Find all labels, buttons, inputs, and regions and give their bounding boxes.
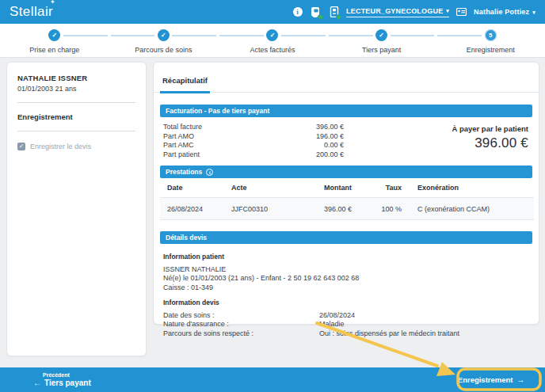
id-card-glyph <box>456 8 467 16</box>
column-header-montant: Montant <box>311 178 352 198</box>
step-done-check-icon: ✓ <box>48 29 60 41</box>
step-actes-factures[interactable]: ✓ Actes facturés <box>218 24 327 57</box>
step-number-badge: 5 <box>485 29 497 41</box>
devis-info-value: Maladie <box>319 320 345 329</box>
column-header-taux: Taux <box>352 178 402 198</box>
reader-select-dropdown[interactable]: LECTEUR_GYNECOLOGUE ▾ <box>346 7 449 17</box>
next-step-label: Enregistrement <box>458 375 513 384</box>
topbar-actions: i LECTEUR_GYNECOLOGUE ▾ <box>292 6 535 18</box>
chevron-down-icon: ▾ <box>532 10 535 15</box>
column-header-date: Date <box>160 178 231 198</box>
patient-info-heading: Information patient <box>163 253 529 262</box>
billing-label: Total facture <box>163 123 202 132</box>
details-section-header: Détails devis <box>160 231 532 244</box>
id-card-icon <box>455 6 467 18</box>
cell-montant: 396.00 € <box>311 198 352 220</box>
smartcard-status-icon[interactable] <box>310 6 322 18</box>
step-enregistrement-current[interactable]: 5 Enregistrement <box>436 24 545 57</box>
billing-row: Total facture 396.00 € <box>163 123 344 132</box>
wizard-stepper: ✓ Prise en charge ✓ Parcours de soins ✓ … <box>0 24 545 58</box>
user-menu-dropdown[interactable]: Nathalie Pottiez ▾ <box>474 8 535 16</box>
billing-value: 396.00 € <box>316 123 344 132</box>
checkbox-label: Enregistrer le devis <box>30 143 91 150</box>
cell-acte: JJFC00310 <box>231 198 311 220</box>
devis-info-row: Date des soins : 26/08/2024 <box>163 311 529 321</box>
previous-caption: Précédent <box>43 372 91 379</box>
amount-due-block: À payer par le patient 396.00 € <box>452 124 528 151</box>
billing-label: Part AMO <box>163 132 194 142</box>
table-row: 26/08/2024 JJFC00310 396.00 € 100 % C (e… <box>160 198 534 220</box>
status-ok-badge <box>336 14 341 20</box>
patient-sidebar: NATHALIE ISSNER 01/01/2003 21 ans Enregi… <box>6 62 147 356</box>
patient-birthdate: 01/01/2003 21 ans <box>17 85 135 93</box>
card-reader-status-icon[interactable] <box>328 6 340 18</box>
cell-taux: 100 % <box>352 198 402 220</box>
devis-info-value: Oui : soins dispensés par le médecin tra… <box>319 329 459 339</box>
billing-label: Part patient <box>163 150 200 160</box>
wizard-footer: Précédent ← Tiers payant Enregistrement … <box>0 367 545 392</box>
stellair-logo: Stellair ✦ <box>10 4 53 20</box>
step-done-check-icon: ✓ <box>375 29 387 41</box>
billing-value: 196.00 € <box>316 132 344 142</box>
save-devis-checkbox-row[interactable]: ✓ Enregistrer le devis <box>17 143 135 150</box>
topbar: Stellair ✦ i <box>0 0 545 24</box>
info-icon[interactable]: i <box>292 6 303 18</box>
billing-label: Part AMC <box>163 141 194 150</box>
patient-info-line: Né(e) le 01/01/2003 (21 ans) - Enfant - … <box>163 274 529 284</box>
step-done-check-icon: ✓ <box>158 29 170 41</box>
billing-section-header: Facturation - Pas de tiers payant <box>160 105 532 117</box>
devis-details: Information patient ISSNER NATHALIE Né(e… <box>154 244 539 344</box>
cell-exoneration: C (exonération CCAM) <box>402 198 534 220</box>
prestations-section-title: Prestations <box>166 168 202 176</box>
prestations-info-icon[interactable]: i <box>206 169 213 176</box>
previous-step-label: Tiers payant <box>44 379 91 388</box>
devis-info-value: 26/08/2024 <box>319 311 355 321</box>
step-parcours-de-soins[interactable]: ✓ Parcours de soins <box>109 24 219 57</box>
enregistrement-button[interactable]: Enregistrement → <box>458 375 524 384</box>
billing-row: Part AMC 0.00 € <box>163 141 344 150</box>
column-header-acte: Acte <box>231 178 311 198</box>
devis-info-label: Nature d'assurance : <box>163 320 319 329</box>
patient-info-line: Caisse : 01-349 <box>163 284 529 293</box>
step-tiers-payant[interactable]: ✓ Tiers payant <box>327 24 436 57</box>
billing-summary: Total facture 396.00 € Part AMO 196.00 €… <box>154 117 539 166</box>
billing-value: 0.00 € <box>324 141 344 150</box>
arrow-right-icon: → <box>517 375 525 384</box>
status-ok-badge <box>318 14 323 20</box>
column-header-exoneration: Exonération <box>402 178 534 198</box>
amount-due-label: À payer par le patient <box>452 124 528 133</box>
tab-recapitulatif[interactable]: Récapitulatif <box>160 76 210 93</box>
step-label: Prise en charge <box>29 46 79 54</box>
table-header-row: Date Acte Montant Taux Exonération <box>160 178 534 198</box>
step-prise-en-charge[interactable]: ✓ Prise en charge <box>0 24 109 57</box>
recap-panel: Récapitulatif Facturation - Pas de tiers… <box>153 62 539 325</box>
devis-info-label: Date des soins : <box>163 311 319 321</box>
sparkle-icon: ✦ <box>50 0 55 6</box>
step-label: Tiers payant <box>362 46 401 54</box>
prestations-table: Date Acte Montant Taux Exonération 26/08… <box>160 178 534 220</box>
previous-step-button[interactable]: Précédent ← Tiers payant <box>33 372 91 388</box>
billing-row: Part patient 200.00 € <box>163 150 344 160</box>
user-name-label: Nathalie Pottiez <box>474 8 529 16</box>
checkbox-checked-icon[interactable]: ✓ <box>17 143 25 150</box>
amount-due-value: 396.00 € <box>452 135 528 151</box>
devis-info-heading: Information devis <box>163 299 529 308</box>
logo-text: Stellair <box>10 4 53 19</box>
step-label: Parcours de soins <box>135 46 192 54</box>
step-label: Enregistrement <box>467 46 515 54</box>
divider <box>17 102 135 103</box>
step-label: Actes facturés <box>250 46 295 54</box>
patient-info-line: ISSNER NATHALIE <box>163 265 529 275</box>
devis-info-row: Parcours de soins respecté : Oui : soins… <box>163 329 529 339</box>
divider <box>17 131 135 131</box>
chevron-down-icon: ▾ <box>446 8 449 13</box>
step-done-check-icon: ✓ <box>266 29 278 41</box>
billing-row: Part AMO 196.00 € <box>163 132 344 142</box>
cell-date: 26/08/2024 <box>160 198 231 220</box>
sidebar-section-title: Enregistrement <box>17 112 135 121</box>
reader-select-label: LECTEUR_GYNECOLOGUE <box>346 7 443 15</box>
app-window: Stellair ✦ i <box>0 0 545 392</box>
billing-section-title: Facturation - Pas de tiers payant <box>166 107 269 115</box>
patient-name: NATHALIE ISSNER <box>17 74 135 82</box>
devis-info-label: Parcours de soins respecté : <box>163 329 319 339</box>
